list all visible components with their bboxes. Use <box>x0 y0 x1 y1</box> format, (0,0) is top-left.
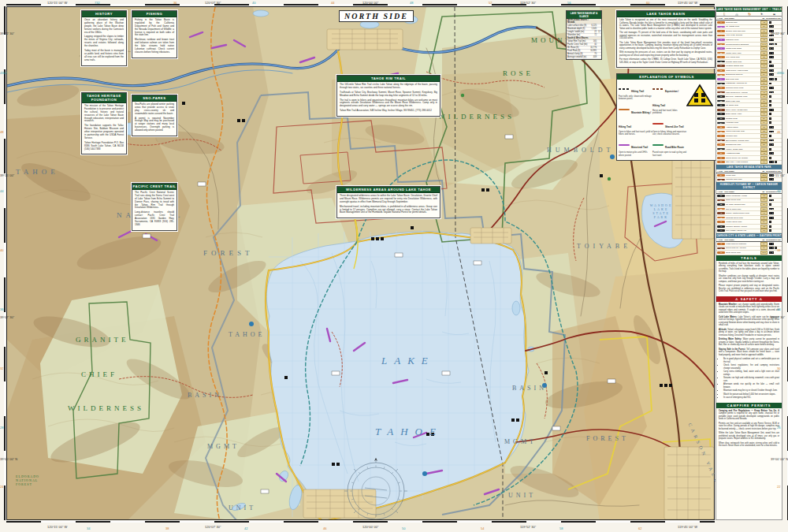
stats-row: Lake surface elev (ft)6,225 <box>567 24 601 28</box>
trail-name: Chimney Beach / Secret <box>726 225 760 228</box>
paragraph: A permit is required November through Ma… <box>135 117 174 132</box>
utm-label: 38 <box>777 248 780 252</box>
trail-uses: HBE <box>769 161 782 163</box>
info-box-heritage[interactable]: TAHOE HERITAGE FOUNDATION The mission of… <box>81 92 127 154</box>
trail-name: Armstrong Pass <box>726 152 760 154</box>
symbol-label: Motorized Trail <box>631 146 648 149</box>
use-badge: H <box>769 56 771 58</box>
use-icon: 🐎 <box>748 13 751 16</box>
trail-uses: HB <box>769 87 782 89</box>
paragraph: Drinking Water Safety: Water purity cann… <box>719 338 779 347</box>
bullet: Streams run high and cold during snowmel… <box>723 377 779 382</box>
legend-sidebar[interactable]: LAKE TAHOE BASIN MANAGEMENT UNIT — TRAIL… <box>716 6 782 520</box>
info-box-body: Once an abundant fishery and gathering p… <box>82 17 126 65</box>
paragraph: Three designated wilderness areas lie wi… <box>340 195 437 204</box>
info-box-wilderness-areas[interactable]: WILDERNESS AREAS AROUND LAKE TAHOE Three… <box>336 186 440 218</box>
trail-miles: 5.0 <box>760 203 768 206</box>
paragraph: Trailheads at Tahoe City, Brockway Summi… <box>340 91 437 98</box>
trail-uses: H <box>769 104 782 106</box>
coordinate-label: 120°15' 00" W <box>47 1 67 5</box>
stats-label: Lake surface elev (ft) <box>567 24 589 28</box>
warning-icon: ⚠ <box>757 297 763 301</box>
use-badge: H <box>769 91 771 94</box>
trail-name: Martis Peak Road <box>726 47 760 50</box>
trail-name: Sierra Canyon / Genoa <box>726 247 760 249</box>
use-badge: H <box>769 135 771 137</box>
trail-number-swatch: 8 <box>717 52 725 54</box>
use-badge: H <box>769 104 771 106</box>
use-badge: E <box>771 178 774 180</box>
symbol-entry: Shared-Use TrailOpen to hiking, biking a… <box>652 117 686 136</box>
utm-label: 48 <box>410 1 413 5</box>
column-header: # Trail <box>716 190 723 193</box>
bullet: Check forest regulations; fire and campi… <box>723 364 779 370</box>
info-box-body: Fishing in the Tahoe Basin is regulated … <box>132 17 177 58</box>
utm-label: 44 <box>0 189 3 193</box>
symbol-desc: Open to bikes and foot travel; yield to … <box>619 131 652 136</box>
trail-number-swatch: 11 <box>717 65 725 67</box>
stats-row: Length / width (mi)2212 <box>567 31 601 34</box>
utm-label: 42 <box>244 526 247 530</box>
use-badge: H <box>769 247 771 249</box>
trail-miles: 14.0 <box>760 43 768 47</box>
info-box-fishing[interactable]: FISHING Fishing in the Tahoe Basin is re… <box>132 10 177 58</box>
paragraph: Camping and Fire Regulations — Know Befo… <box>719 410 779 421</box>
coordinate-label: 119°52' 30" <box>520 525 536 529</box>
trail-uses: H <box>769 21 782 24</box>
use-badge: H <box>769 161 771 163</box>
use-badge: B <box>771 247 774 249</box>
trail-uses: H <box>769 121 782 124</box>
info-box-pct[interactable]: PACIFIC CREST TRAIL The Pacific Crest Na… <box>132 183 177 231</box>
trail-name: Rubicon Trail <box>726 21 760 24</box>
paragraph: The Pacific Crest National Scenic Trail … <box>135 192 174 210</box>
trail-uses: HB <box>769 52 782 54</box>
utm-label: 62 <box>638 526 641 530</box>
trail-number-swatch: 12 <box>717 69 725 72</box>
use-badge: H <box>769 21 771 24</box>
trail-name: Flume Trail <box>726 174 760 177</box>
trail-name: Mt. Judah Loop <box>726 25 760 28</box>
stats-box[interactable]: LAKE TAHOE BASIN AT A GLANCE North & Eas… <box>566 10 602 60</box>
use-badge: E <box>771 25 774 28</box>
symbols-box[interactable]: EXPLANATION OF SYMBOLS Hiking TrailFoot … <box>616 73 717 161</box>
trail-name: Western States Trail <box>726 65 760 67</box>
trail-name: Clear Creek Trail <box>726 251 760 254</box>
trail-section-header: HUMBOLDT-TOIYABE NF — CARSON RANGER DIST… <box>716 182 782 190</box>
bullet: In case of emergency dial 911. <box>723 396 779 400</box>
info-box-history[interactable]: HISTORY Once an abundant fishery and gat… <box>81 10 127 66</box>
stats-value: 10,881 <box>589 50 597 53</box>
trail-uses: HE <box>769 140 782 142</box>
trail-name: Bayview / Cascade Falls <box>726 95 760 98</box>
utm-label: 40 <box>0 248 3 252</box>
coordinate-label: 119°52' 30" <box>520 1 536 5</box>
section-trails: TRAILS Hundreds of miles of trail lace t… <box>716 255 782 296</box>
info-box-lake-tahoe-basin[interactable]: LAKE TAHOE BASIN Lake Tahoe is recognize… <box>616 10 716 68</box>
trail-number-swatch: 3 <box>717 30 725 32</box>
utm-label: 54 <box>481 526 484 530</box>
trail-name: Kings Canyon Waterfall <box>726 243 760 245</box>
stats-row: Pacific Crest Trail (mi)32 <box>567 43 601 47</box>
use-icon: 🚲 <box>735 13 738 16</box>
trail-name: Thomas Creek Trail <box>726 217 760 219</box>
info-box-title: WILDERNESS AREAS AROUND LAKE TAHOE <box>337 187 440 193</box>
info-box-tahoe-rim-trail[interactable]: TAHOE RIM TRAIL The 165-mile Tahoe Rim T… <box>336 75 440 117</box>
trail-miles: 1.4 <box>760 121 768 125</box>
trail-number-swatch: 47 <box>717 251 725 254</box>
section-safety: ⚠ SAFETY ⚠ Mountain Weather: can change … <box>716 296 782 403</box>
utm-label: 36 <box>173 1 177 5</box>
trail-number-swatch: 28 <box>717 140 725 142</box>
symbol-desc: Foot traffic only; shown with mileage be… <box>619 95 652 100</box>
trail-name: Hunter Creek Trail <box>726 221 760 223</box>
use-badge: H <box>769 140 771 142</box>
use-badge: M <box>775 78 777 80</box>
info-box-snoparks[interactable]: SNO-PARKS Sno-Parks are plowed winter pa… <box>132 95 177 136</box>
utm-label: 50 <box>402 526 405 530</box>
trail-uses: HE <box>769 109 782 111</box>
use-badge: H <box>769 87 771 89</box>
use-badge: H <box>769 131 771 133</box>
trail-miles: 8.1 <box>760 29 768 33</box>
utm-label: 4352 <box>0 71 7 75</box>
trail-number-swatch: 39 <box>717 208 725 210</box>
trail-name: Ralston Peak <box>726 117 760 120</box>
coordinate-label: 120°00' 00" <box>362 525 378 529</box>
